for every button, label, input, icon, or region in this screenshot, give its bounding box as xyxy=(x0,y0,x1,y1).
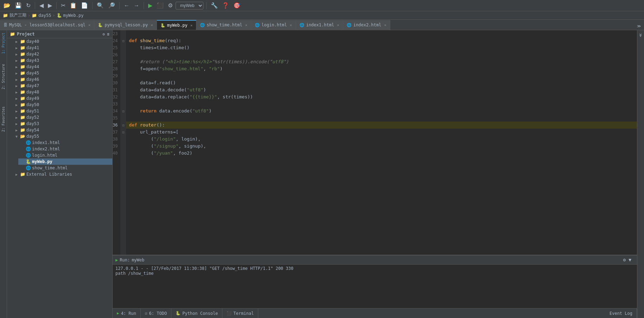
tab-login[interactable]: 🌐 login.html × xyxy=(251,20,296,30)
sidebar-project-btn[interactable]: 1: Project xyxy=(1,32,6,54)
project-panel-settings[interactable]: ⚙ ≡ xyxy=(102,32,109,37)
tree-item-day40[interactable]: ▶ 📁 day40 xyxy=(13,38,112,45)
copy-button[interactable]: 📋 xyxy=(68,1,78,9)
nav-forward-button[interactable]: → xyxy=(132,2,141,9)
code-line-36: def router(): xyxy=(126,122,637,129)
tree-item-mywebpy[interactable]: 🐍 myWeb.py xyxy=(18,158,112,165)
fold-27 xyxy=(120,58,126,65)
python-console-tab-label: Python Console xyxy=(182,311,218,316)
code-editor[interactable]: 23 24 25 26 27 28 29 30 31 32 33 34 35 3… xyxy=(113,30,637,255)
tree-arrow-day46: ▶ xyxy=(14,78,19,82)
tree-label-day40: day40 xyxy=(26,39,39,44)
help-button[interactable]: ❓ xyxy=(221,1,231,9)
tree-item-day44[interactable]: ▶ 📁 day44 xyxy=(13,64,112,70)
tree-item-day53[interactable]: ▶ 📁 day53 xyxy=(13,121,112,127)
folder-icon-day44: 📁 xyxy=(20,64,25,69)
tab-myweb[interactable]: 🐍 myWeb.py × xyxy=(157,20,196,30)
fold-37[interactable]: ⊟ xyxy=(120,129,126,136)
folder-icon-day48: 📁 xyxy=(20,90,25,95)
breadcrumb-root[interactable]: 脱产三期 xyxy=(10,12,26,18)
terminal-tab-label: Terminal xyxy=(233,311,254,316)
tree-item-extlib[interactable]: ▶ 📁 External Libraries xyxy=(13,171,112,177)
run-icon: ▶ xyxy=(115,258,118,262)
tree-item-index2html[interactable]: 🌐 index2.html xyxy=(18,146,112,152)
cut-button[interactable]: ✂ xyxy=(59,1,67,9)
bottom-tab-todo[interactable]: ☑ 6: TODO xyxy=(141,309,171,318)
tools-button[interactable]: 🔧 xyxy=(209,1,219,9)
tree-item-day55[interactable]: ▼ 📂 day55 xyxy=(13,133,112,139)
fold-25 xyxy=(120,44,126,51)
settings-button[interactable]: 🎯 xyxy=(232,1,242,9)
tree-item-showtimehtml[interactable]: 🌐 show_time.html xyxy=(18,165,112,171)
tree-item-day46[interactable]: ▶ 📁 day46 xyxy=(13,76,112,83)
fold-36[interactable]: ⊟ xyxy=(120,122,126,129)
run-panel-gear[interactable]: ⚙ ▼ xyxy=(620,256,634,264)
run-button[interactable]: ▶ xyxy=(147,1,154,9)
bottom-tab-run[interactable]: ▶ 4: Run xyxy=(113,309,141,318)
paste-button[interactable]: 📄 xyxy=(80,1,89,9)
tree-item-day49[interactable]: ▶ 📁 day49 xyxy=(13,95,112,102)
tree-item-day54[interactable]: ▶ 📁 day54 xyxy=(13,127,112,133)
tree-item-index1html[interactable]: 🌐 index1.html xyxy=(18,139,112,146)
tab-index2-close[interactable]: × xyxy=(384,23,387,27)
bottom-panel: ▶ Run: myWeb ⚙ ▼ 127.0.0.1 - - [27/Feb/2… xyxy=(113,255,637,318)
tree-item-day48[interactable]: ▶ 📁 day48 xyxy=(13,89,112,95)
tab-pymysql-close[interactable]: × xyxy=(151,23,153,27)
tab-mysql[interactable]: 🗄 MySQL - lesson53@localhost.sql × xyxy=(0,20,94,30)
tab-index2[interactable]: 🌐 index2.html × xyxy=(343,20,390,30)
right-sidebar-btn[interactable]: ≫ xyxy=(639,32,643,38)
code-content[interactable]: def show_time(req): times=time.ctime() #… xyxy=(126,30,637,255)
tab-showtime-close[interactable]: × xyxy=(245,23,247,27)
tree-item-day41[interactable]: ▶ 📁 day41 xyxy=(13,45,112,51)
breadcrumb-file[interactable]: myWeb.py xyxy=(63,13,84,18)
fold-24[interactable]: ⊟ xyxy=(120,37,126,44)
fold-34[interactable]: ⊟ xyxy=(120,108,126,115)
run-config-dropdown[interactable]: myWeb xyxy=(176,2,203,9)
find-button[interactable]: 🔍 xyxy=(95,1,105,9)
sep5 xyxy=(144,2,144,9)
nav-back-button[interactable]: ← xyxy=(122,2,131,9)
replace-button[interactable]: 🔎 xyxy=(107,1,116,9)
refresh-button[interactable]: ↻ xyxy=(25,1,32,9)
forward-button[interactable]: ▶ xyxy=(46,1,53,9)
tree-item-day52[interactable]: ▶ 📁 day52 xyxy=(13,114,112,121)
tab-index1[interactable]: 🌐 index1.html × xyxy=(296,20,343,30)
tab-show-time[interactable]: 🌐 show_time.html × xyxy=(196,20,251,30)
folder-icon-day52: 📁 xyxy=(20,115,25,120)
tree-item-day42[interactable]: ▶ 📁 day42 xyxy=(13,51,112,57)
breadcrumb-folder: 📁 xyxy=(32,13,37,18)
tab-mysql-close[interactable]: × xyxy=(88,23,91,27)
open-button[interactable]: 📂 xyxy=(2,1,12,9)
run-config-button[interactable]: ⚙ xyxy=(166,1,174,9)
save-button[interactable]: 💾 xyxy=(13,1,23,9)
tree-item-day47[interactable]: ▶ 📁 day47 xyxy=(13,83,112,89)
tab-index1-close[interactable]: × xyxy=(337,23,339,27)
sidebar-favorites-btn[interactable]: 2: Favorites xyxy=(1,106,6,132)
bottom-tab-python-console[interactable]: 🐍 Python Console xyxy=(171,309,222,318)
sidebar-structure-btn[interactable]: 2: Structure xyxy=(1,63,6,90)
tab-login-close[interactable]: × xyxy=(290,23,292,27)
breadcrumb-day55[interactable]: day55 xyxy=(38,13,51,18)
bottom-tab-event-log[interactable]: Event Log xyxy=(605,309,637,318)
tab-overflow[interactable]: ≫ xyxy=(634,22,644,30)
tab-pymysql[interactable]: 🐍 pymysql_lesson.py × xyxy=(94,20,157,30)
debug-button[interactable]: ⬛ xyxy=(155,1,165,9)
file-icon-index2html: 🌐 xyxy=(26,147,31,151)
tree-arrow-day55: ▼ xyxy=(14,135,19,138)
folder-icon-day54: 📁 xyxy=(20,128,25,132)
bottom-panel-header: ▶ Run: myWeb ⚙ ▼ xyxy=(113,255,637,265)
tree-item-day45[interactable]: ▶ 📁 day45 xyxy=(13,70,112,76)
tree-item-loginhtml[interactable]: 🌐 login.html xyxy=(18,152,112,158)
breadcrumb-sep2: › xyxy=(52,13,55,18)
tree-item-day43[interactable]: ▶ 📁 day43 xyxy=(13,57,112,64)
tab-myweb-close[interactable]: × xyxy=(190,23,193,28)
back-button[interactable]: ◀ xyxy=(38,1,45,9)
tree-item-day51[interactable]: ▶ 📁 day51 xyxy=(13,108,112,114)
tree-item-day50[interactable]: ▶ 📁 day50 xyxy=(13,102,112,108)
todo-tab-icon: ☑ xyxy=(145,311,147,316)
tab-mysql-label: MySQL - lesson53@localhost.sql xyxy=(9,22,86,27)
tree-label-day49: day49 xyxy=(26,96,39,101)
bottom-tab-terminal[interactable]: ⬛ Terminal xyxy=(222,309,258,318)
tab-index1-icon: 🌐 xyxy=(299,23,304,27)
tree-label-day41: day41 xyxy=(26,45,39,50)
